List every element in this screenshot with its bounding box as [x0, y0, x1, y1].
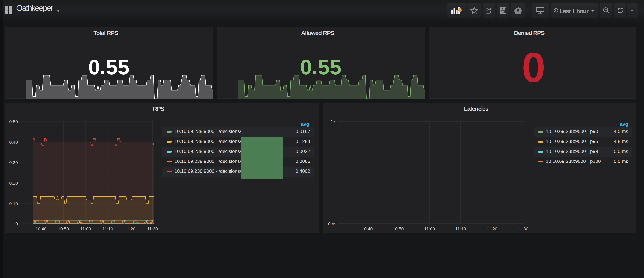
svg-text:10:50: 10:50 — [392, 226, 403, 231]
svg-text:0.50: 0.50 — [9, 119, 18, 124]
svg-text:11:10: 11:10 — [102, 226, 113, 231]
svg-text:11:00: 11:00 — [424, 226, 435, 231]
svg-text:11:30: 11:30 — [518, 226, 528, 231]
svg-text:1 s: 1 s — [330, 119, 336, 124]
svg-text:11:20: 11:20 — [486, 226, 497, 231]
svg-text:11:30: 11:30 — [147, 226, 158, 231]
svg-text:11:00: 11:00 — [80, 226, 91, 231]
svg-text:0: 0 — [15, 221, 18, 226]
svg-text:0.30: 0.30 — [9, 160, 18, 165]
svg-text:0.40: 0.40 — [9, 139, 18, 144]
svg-text:0.20: 0.20 — [9, 180, 18, 185]
svg-text:10:40: 10:40 — [36, 226, 46, 231]
svg-text:0.10: 0.10 — [9, 201, 18, 206]
svg-text:10:40: 10:40 — [362, 226, 372, 231]
svg-text:0 ns: 0 ns — [328, 221, 336, 226]
svg-text:11:20: 11:20 — [125, 226, 136, 231]
svg-text:11:10: 11:10 — [455, 226, 466, 231]
svg-text:10:50: 10:50 — [58, 226, 69, 231]
